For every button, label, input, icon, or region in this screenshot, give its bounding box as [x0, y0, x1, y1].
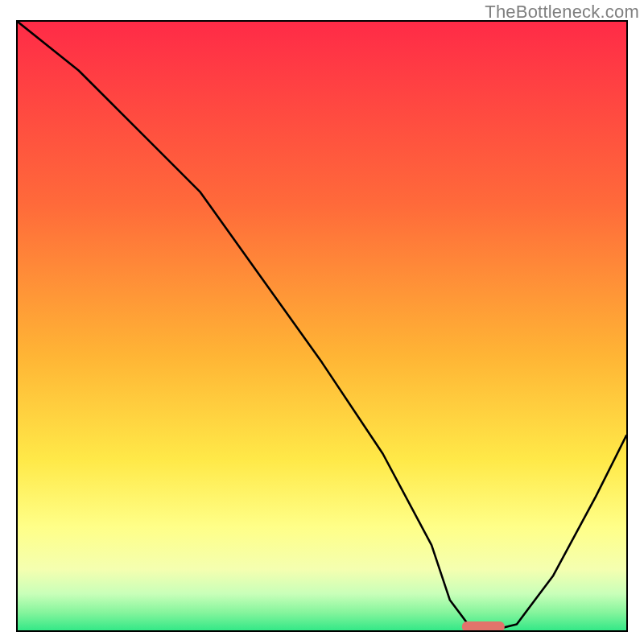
- watermark-label: TheBottleneck.com: [485, 2, 639, 23]
- bottleneck-chart: TheBottleneck.com: [0, 0, 644, 644]
- gradient-background: [18, 22, 626, 630]
- optimum-marker: [462, 621, 505, 630]
- plot-area: [16, 20, 628, 632]
- chart-svg: [18, 22, 626, 630]
